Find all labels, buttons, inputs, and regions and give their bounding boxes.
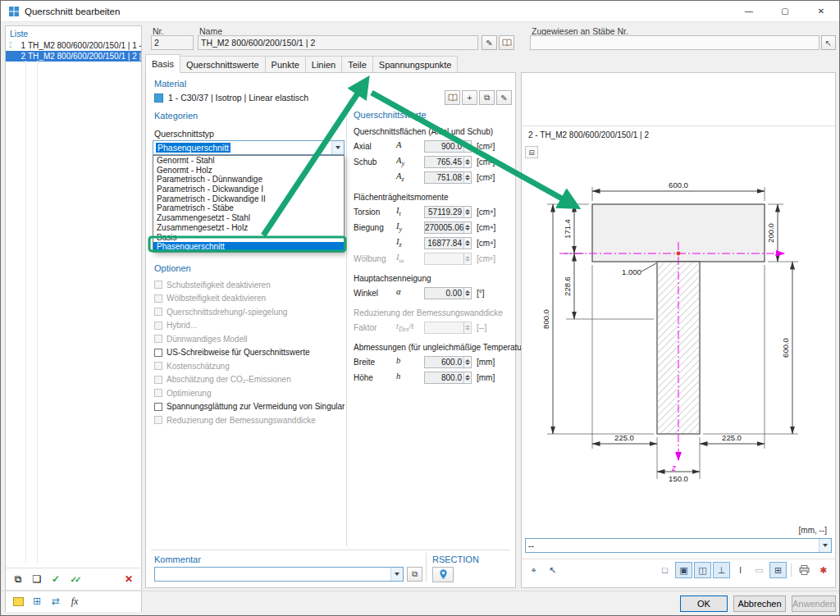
name-field[interactable]: TH_M2 800/600/200/150/1 | 2 bbox=[198, 35, 478, 50]
dropdown-item[interactable]: Genormt - Holz bbox=[153, 166, 344, 176]
nr-field[interactable]: 2 bbox=[151, 35, 194, 50]
value-field-iy[interactable]: 270005.06 bbox=[424, 221, 472, 234]
function-button[interactable]: fx bbox=[66, 593, 83, 609]
dropdown-item[interactable]: Parametrisch - Dünnwandige bbox=[153, 175, 344, 185]
checkbox[interactable] bbox=[154, 349, 162, 357]
chevron-down-icon[interactable] bbox=[819, 539, 831, 552]
rsection-export-button[interactable] bbox=[432, 567, 454, 582]
center-view-button[interactable]: ⌖ bbox=[525, 562, 542, 578]
material-edit-button[interactable]: ✎ bbox=[496, 90, 512, 105]
copy-comment-button[interactable]: ⧉ bbox=[407, 567, 422, 582]
tab-punkte[interactable]: Punkte bbox=[265, 56, 306, 73]
spinner[interactable] bbox=[463, 238, 471, 249]
spinner[interactable] bbox=[463, 207, 471, 217]
select-rect-button[interactable]: □ bbox=[656, 562, 673, 578]
view-axes-button[interactable]: ⊥ bbox=[713, 562, 730, 578]
option-woelbsteifigkeit: Wölbsteifigkeit deaktivieren bbox=[154, 292, 345, 306]
exchange-button[interactable]: ⇄ bbox=[48, 593, 64, 609]
chevron-down-icon[interactable] bbox=[390, 568, 403, 581]
pointer-button[interactable]: ↖ bbox=[544, 562, 561, 578]
edit-name-button[interactable]: ✎ bbox=[482, 35, 497, 50]
maximize-button[interactable]: ▢ bbox=[767, 1, 803, 21]
dropdown-item[interactable]: Zusammengesetzt - Stahl bbox=[153, 213, 344, 223]
pick-members-button[interactable]: ↖ bbox=[821, 35, 836, 50]
dropdown-item-phasenquerschnitt[interactable]: Phasenquerschnitt bbox=[153, 242, 344, 252]
value-field-iz[interactable]: 16877.84 bbox=[424, 237, 472, 249]
copy-section-button[interactable]: ⧉ bbox=[10, 571, 26, 587]
kommentar-input[interactable] bbox=[154, 567, 404, 582]
option-us-schreibweise[interactable]: US-Schreibweise für Querschnittswerte bbox=[154, 346, 345, 360]
apply-all-button[interactable]: ✓✓ bbox=[66, 571, 83, 587]
spinner[interactable] bbox=[463, 141, 471, 152]
color-swatch-button[interactable] bbox=[10, 593, 26, 609]
spinner[interactable] bbox=[463, 172, 471, 183]
cancel-button[interactable]: Abbrechen bbox=[733, 595, 786, 612]
spinner[interactable] bbox=[463, 372, 471, 383]
tab-querschnittswerte[interactable]: Querschnittswerte bbox=[180, 56, 266, 73]
tab-linien[interactable]: Linien bbox=[305, 56, 342, 73]
table-view-button[interactable]: ⊞ bbox=[29, 593, 45, 609]
value-field-hoehe[interactable]: 800.0 bbox=[424, 372, 472, 384]
render-settings-button[interactable]: ✱ bbox=[815, 562, 832, 578]
material-copy-button[interactable]: ⧉ bbox=[479, 90, 495, 105]
tab-teile[interactable]: Teile bbox=[341, 56, 373, 73]
chevron-down-icon[interactable] bbox=[331, 141, 344, 154]
divider bbox=[522, 125, 835, 126]
werte-section-title: Querschnittswerte bbox=[354, 110, 515, 120]
spinner[interactable] bbox=[463, 288, 471, 299]
dropdown-item[interactable]: Parametrisch - Dickwandige II bbox=[153, 194, 344, 204]
value-field-it[interactable]: 57119.29 bbox=[424, 206, 472, 218]
preview-panel: 2 - TH_M2 800/600/200/150/1 | 2 ⊟ bbox=[521, 72, 836, 588]
werte-group-wanddicke: Reduzierung der Bemessungswanddicke Fakt… bbox=[354, 308, 515, 335]
preview-combo[interactable]: -- bbox=[525, 538, 832, 553]
value-field-breite[interactable]: 600.0 bbox=[424, 356, 472, 368]
duplicate-section-button[interactable]: ❏ bbox=[29, 571, 45, 587]
spinner[interactable] bbox=[463, 157, 471, 167]
checkbox[interactable] bbox=[154, 403, 162, 411]
delete-section-button[interactable]: ✕ bbox=[121, 571, 137, 587]
dropdown-item[interactable]: Parametrisch - Dickwandige I bbox=[153, 185, 344, 194]
querschnittstyp-combo[interactable]: Phasenquerschnitt bbox=[153, 140, 345, 155]
view-solid-button[interactable]: ▣ bbox=[675, 562, 692, 578]
view-grid-button[interactable]: ⊞ bbox=[769, 562, 787, 578]
tab-spannungspunkte[interactable]: Spannungspunkte bbox=[372, 56, 459, 73]
dropdown-item[interactable]: Zusammengesetzt - Holz bbox=[153, 223, 344, 233]
view-stress-points-button[interactable]: Ι bbox=[732, 562, 749, 578]
liste-label: Liste bbox=[6, 26, 141, 40]
tab-basis[interactable]: Basis bbox=[145, 54, 180, 73]
view-parts-button[interactable]: ◫ bbox=[694, 562, 711, 578]
row-breite: Breite b 600.0 [mm] bbox=[354, 354, 515, 370]
view-dimensions-button: ▭ bbox=[751, 562, 768, 578]
print-button[interactable] bbox=[796, 562, 813, 578]
spinner[interactable] bbox=[463, 222, 471, 233]
list-item-1[interactable]: ⌶ 1 TH_M2 800/600/200/150/1 | 1 - C bbox=[6, 40, 141, 51]
spinner bbox=[463, 253, 471, 264]
dropdown-item[interactable]: Basis bbox=[153, 233, 344, 243]
tab-bar: Basis Querschnittswerte Punkte Linien Te… bbox=[145, 54, 457, 73]
library-button[interactable] bbox=[499, 35, 514, 50]
option-spannungsglaettung[interactable]: Spannungsglättung zur Vermeidung von Sin… bbox=[154, 400, 345, 414]
yellow-swatch-icon bbox=[13, 597, 24, 606]
material-new-button[interactable]: + bbox=[462, 90, 477, 105]
value-field-winkel[interactable]: 0.00 bbox=[424, 287, 472, 299]
apply-check-button[interactable]: ✓ bbox=[48, 571, 64, 587]
row-winkel: Winkel α 0.00 [°] bbox=[354, 285, 515, 301]
dim-total-height: 800.0 bbox=[541, 309, 550, 329]
close-button[interactable]: ✕ bbox=[803, 1, 839, 21]
ok-button[interactable]: OK bbox=[680, 595, 728, 612]
spinner[interactable] bbox=[463, 357, 471, 367]
querschnittstyp-label: Querschnittstyp bbox=[154, 129, 214, 139]
assigned-field[interactable] bbox=[530, 35, 819, 50]
row-torsion: Torsion It 57119.29 [cm⁴] bbox=[354, 204, 515, 220]
minimize-button[interactable]: — bbox=[731, 1, 767, 21]
material-row[interactable]: 1 - C30/37 | Isotrop | Linear elastisch bbox=[154, 93, 441, 103]
collapse-button[interactable]: ⊟ bbox=[525, 146, 538, 158]
value-field-ay[interactable]: 765.45 bbox=[424, 156, 472, 168]
checkbox bbox=[154, 362, 162, 370]
material-library-button[interactable] bbox=[445, 90, 460, 105]
value-field-az[interactable]: 751.08 bbox=[424, 171, 472, 184]
option-optimierung: Optimierung bbox=[154, 386, 345, 400]
dropdown-item[interactable]: Genormt - Stahl bbox=[153, 156, 344, 166]
value-field-axial[interactable]: 900.0 bbox=[424, 140, 472, 153]
dropdown-item[interactable]: Parametrisch - Stäbe bbox=[153, 203, 344, 213]
